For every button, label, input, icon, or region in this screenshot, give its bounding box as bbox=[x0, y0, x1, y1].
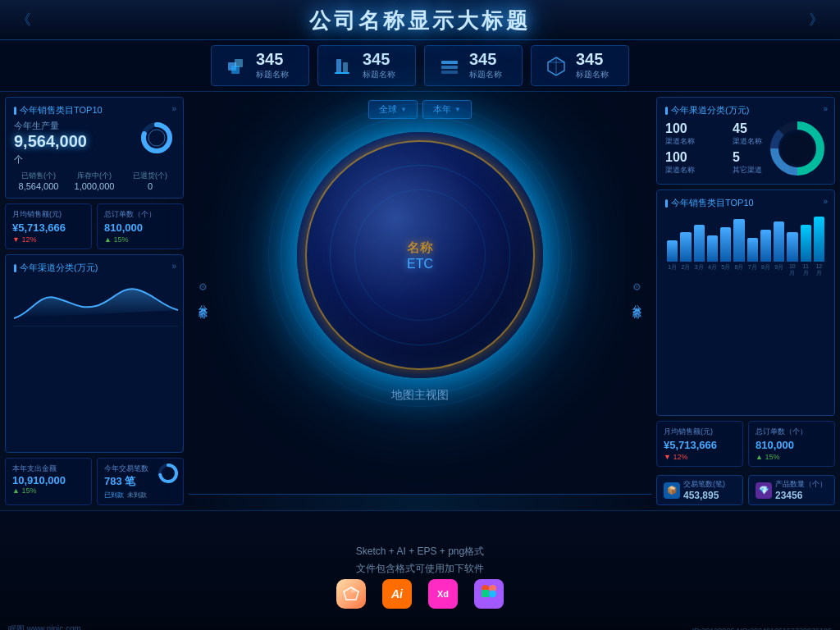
right-sales-card: 今年销售类目TOP10 » 1月2月3月4月5月6月7月8月9月10月11月12… bbox=[656, 189, 835, 416]
figma-icon bbox=[474, 579, 504, 609]
side-label-right: ⚙ 分类名称 ⚙ bbox=[631, 281, 643, 321]
stat-num-0: 345 bbox=[256, 51, 289, 67]
channel-more-icon[interactable]: » bbox=[171, 262, 176, 271]
stat-label-1: 标题名称 bbox=[363, 69, 395, 80]
header-deco-right: 》 bbox=[809, 10, 824, 30]
production-card-title: 今年销售类目TOP10 bbox=[14, 104, 175, 116]
production-donut bbox=[139, 120, 175, 159]
bar-chart bbox=[665, 212, 826, 262]
globe-label: 地图主视图 bbox=[391, 388, 449, 403]
svg-rect-6 bbox=[441, 61, 458, 64]
bar-label-1: 2月 bbox=[680, 263, 691, 277]
bar-5 bbox=[733, 219, 744, 262]
globe-visual: 名称 ETC bbox=[297, 132, 543, 378]
side-label-left: ⚙ 分类名称 ⚙ bbox=[197, 281, 209, 321]
format-text: Sketch + AI + EPS + png格式 bbox=[356, 545, 484, 559]
watermark-id: ID:29129905 NO:20240105152730976106 bbox=[692, 627, 832, 630]
svg-rect-3 bbox=[336, 59, 341, 74]
watermark: 眠图 www.nipic.com bbox=[8, 623, 81, 630]
right-sales-title: 今年销售类目TOP10 bbox=[665, 197, 826, 209]
bar-labels: 1月2月3月4月5月6月7月8月9月10月11月12月 bbox=[665, 263, 826, 277]
bar-1 bbox=[680, 232, 691, 262]
pending-label: 未到款 bbox=[127, 491, 147, 500]
software-text: 文件包含格式可使用加下软件 bbox=[356, 562, 484, 576]
right-order-metric: 总订单数（个） 810,000 ▲ 15% bbox=[748, 421, 835, 467]
bar-label-3: 4月 bbox=[707, 263, 718, 277]
top-stats-bar: 345 标题名称 345 标题名称 345 标题名称 345 标题名称 bbox=[0, 40, 840, 92]
trade-donut bbox=[157, 462, 180, 485]
monthly-metric: 月均销售额(元) ¥5,713,666 ▼ 12% bbox=[5, 203, 92, 249]
stat-num-3: 345 bbox=[576, 51, 609, 67]
production-card: 今年销售类目TOP10 » 今年生产量 9,564,000 个 bbox=[5, 97, 184, 199]
stack-icon bbox=[436, 52, 463, 79]
channel-row-2: 100 渠道名称 5 其它渠道 bbox=[665, 148, 762, 177]
stat-label-3: 标题名称 bbox=[576, 69, 609, 80]
cube-icon bbox=[223, 52, 249, 79]
stat-label-0: 标题名称 bbox=[256, 69, 289, 80]
donut-section: 100 渠道名称 45 渠道名称 100 渠道名称 bbox=[665, 120, 826, 177]
production-num: 9,564,000 bbox=[14, 132, 87, 151]
stat-item-0: 345 标题名称 bbox=[211, 45, 309, 86]
bar-label-11: 12月 bbox=[814, 263, 824, 277]
bar-label-7: 8月 bbox=[760, 263, 771, 277]
bar-10 bbox=[801, 225, 811, 262]
production-label: 今年生产量 bbox=[14, 120, 87, 132]
trade-item: 今年交易笔数 783 笔 已到款 未到款 bbox=[97, 458, 184, 505]
ai-icon: Ai bbox=[382, 579, 412, 609]
badge-trade: 📦 交易笔数(笔) 453,895 bbox=[656, 475, 743, 505]
mini-metrics-row: 月均销售额(元) ¥5,713,666 ▼ 12% 总订单数（个） 810,00… bbox=[5, 203, 184, 249]
stat-item-2: 345 标题名称 bbox=[424, 45, 523, 86]
center-panel: ⚙ 分类名称 ⚙ ⚙ 分类名称 ⚙ 全球 ▼ 本年 ▼ 名称 bbox=[189, 92, 651, 510]
right-channel-title: 今年果道分类(万元) bbox=[665, 104, 826, 116]
bar-label-0: 1月 bbox=[667, 263, 678, 277]
stat-item-3: 345 标题名称 bbox=[531, 45, 629, 86]
badge-row: 📦 交易笔数(笔) 453,895 💎 产品数量（个） 23456 bbox=[656, 475, 835, 505]
bar-label-9: 10月 bbox=[787, 263, 797, 277]
box-icon bbox=[543, 52, 569, 79]
header: 《 公司名称显示大标题 》 bbox=[0, 0, 840, 40]
left-panel: 今年销售类目TOP10 » 今年生产量 9,564,000 个 bbox=[0, 92, 189, 510]
bar-7 bbox=[760, 230, 771, 262]
channel-chart-title: 今年渠道分类(万元) bbox=[14, 262, 175, 274]
page-title: 公司名称显示大标题 bbox=[309, 8, 531, 33]
channel-donut-svg bbox=[769, 120, 826, 177]
svg-point-22 bbox=[781, 132, 814, 165]
bar-4 bbox=[720, 227, 731, 262]
right-channel-card: 今年果道分类(万元) » 100 渠道名称 45 渠道名称 bbox=[656, 97, 835, 185]
svg-rect-8 bbox=[441, 71, 458, 74]
more-icon[interactable]: » bbox=[171, 104, 176, 113]
arrived-label: 已到款 bbox=[104, 491, 124, 500]
svg-rect-28 bbox=[482, 590, 489, 597]
bottom-metrics-row: 本年支出金额 10,910,000 ▲ 15% 今年交易笔数 783 笔 已到款… bbox=[5, 458, 184, 505]
building-icon bbox=[330, 52, 356, 79]
badge-product: 💎 产品数量（个） 23456 bbox=[748, 475, 835, 505]
bar-8 bbox=[774, 221, 784, 262]
bar-label-4: 5月 bbox=[720, 263, 731, 277]
globe-center-text: 名称 ETC bbox=[407, 240, 433, 272]
globe-container: 名称 ETC 地图主视图 bbox=[297, 132, 543, 378]
bar-11 bbox=[814, 217, 824, 262]
svg-point-14 bbox=[148, 130, 165, 146]
right-mini-metrics: 月均销售额(元) ¥5,713,666 ▼ 12% 总订单数（个） 810,00… bbox=[656, 421, 835, 467]
right-sales-more[interactable]: » bbox=[823, 197, 828, 206]
stat-item-1: 345 标题名称 bbox=[317, 45, 416, 86]
right-panel: 今年果道分类(万元) » 100 渠道名称 45 渠道名称 bbox=[651, 92, 840, 510]
bottom-area: Sketch + AI + EPS + png格式 文件包含格式可使用加下软件 … bbox=[0, 510, 840, 630]
bar-label-2: 3月 bbox=[694, 263, 705, 277]
svg-rect-2 bbox=[231, 66, 240, 74]
bar-label-6: 7月 bbox=[747, 263, 758, 277]
stat-label-2: 标题名称 bbox=[469, 69, 502, 80]
channel-chart-card: 今年渠道分类(万元) » bbox=[5, 254, 184, 453]
bottom-bar bbox=[189, 494, 651, 510]
right-channel-more[interactable]: » bbox=[823, 104, 828, 113]
stat-num-2: 345 bbox=[469, 51, 502, 67]
right-monthly-metric: 月均销售额(元) ¥5,713,666 ▼ 12% bbox=[656, 421, 743, 467]
bar-0 bbox=[667, 240, 678, 262]
app-icons-row: Ai Xd bbox=[336, 579, 504, 609]
bar-6 bbox=[747, 238, 758, 262]
order-metric: 总订单数（个） 810,000 ▲ 15% bbox=[97, 203, 184, 249]
bar-3 bbox=[707, 235, 718, 262]
xd-icon: Xd bbox=[428, 579, 458, 609]
bar-label-5: 6月 bbox=[733, 263, 744, 277]
bar-label-10: 11月 bbox=[801, 263, 811, 277]
